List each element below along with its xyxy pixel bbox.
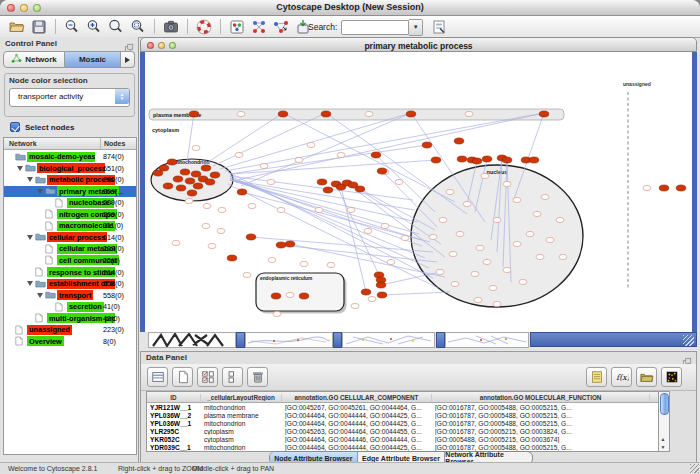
network-canvas[interactable]: plasma membranecytoplasmmitochondrionnuc… [140, 52, 697, 332]
network-node-selected[interactable] [371, 152, 381, 158]
network-window-titlebar[interactable]: primary metabolic process [140, 37, 697, 52]
network-node-unselected[interactable] [503, 267, 511, 272]
background-window-sliver[interactable] [342, 332, 435, 348]
tab-network[interactable]: Network [3, 51, 65, 68]
network-node-unselected[interactable] [268, 257, 276, 262]
network-node-unselected[interactable] [381, 223, 389, 228]
network-node-unselected[interactable] [556, 217, 564, 222]
tree-column-divider[interactable] [100, 138, 101, 149]
network-node-selected[interactable] [205, 179, 215, 185]
network-node-unselected[interactable] [237, 111, 245, 116]
network-node-unselected[interactable] [446, 189, 454, 194]
network-node-selected[interactable] [278, 111, 288, 117]
network-node-selected[interactable] [376, 282, 386, 288]
expander-icon[interactable] [37, 293, 43, 298]
network-node-selected[interactable] [163, 183, 173, 189]
network-node-unselected[interactable] [202, 223, 210, 228]
network-node-unselected[interactable] [351, 303, 359, 308]
network-edge[interactable] [376, 155, 435, 212]
network-node-selected[interactable] [201, 165, 211, 171]
network-node-selected[interactable] [377, 168, 387, 174]
background-window-edge[interactable] [236, 332, 245, 348]
network-node-selected[interactable] [271, 293, 281, 299]
background-window-edge[interactable] [436, 332, 445, 348]
network-node-unselected[interactable] [483, 259, 491, 264]
network-node-unselected[interactable] [429, 234, 437, 239]
snapshot-button[interactable] [161, 18, 181, 36]
network-node-unselected[interactable] [235, 152, 243, 157]
network-node-selected[interactable] [187, 190, 197, 196]
tree-row-nucleobase-[interactable]: nucleobase-209(0) [4, 197, 136, 208]
network-node-unselected[interactable] [185, 198, 193, 203]
network-node-selected[interactable] [191, 171, 201, 177]
function-builder-button[interactable]: f(x) [611, 367, 632, 387]
table-row-yjr121w__1[interactable]: YJR121W__1mitochondrion[GO:0045267, GO:0… [147, 403, 663, 411]
network-node-selected[interactable] [193, 183, 203, 189]
table-cell[interactable]: [GO:0016787, GO:0005488, GO:0005215, G..… [432, 444, 650, 451]
background-window-sliver[interactable] [148, 332, 236, 348]
network-node-selected[interactable] [167, 159, 177, 165]
network-node-selected[interactable] [377, 292, 387, 298]
tree-row-multi-organism-pro[interactable]: multi-organism pro42(0) [4, 313, 136, 324]
table-cell[interactable]: [GO:0016787, GO:0005488, GO:0005215, G..… [432, 404, 650, 411]
tree-row-establishment-of-lo[interactable]: establishment of lo558(0) [4, 278, 136, 289]
network-node-selected[interactable] [361, 289, 371, 295]
tree-row-macromolecule[interactable]: macromolecule311(0) [4, 220, 136, 231]
table-scrollbar[interactable]: ▲ ▼ [658, 391, 670, 452]
network-node-unselected[interactable] [493, 217, 501, 222]
network-node-unselected[interactable] [365, 111, 373, 116]
zoom-in-button[interactable] [84, 18, 104, 36]
scrollbar-thumb[interactable] [660, 393, 669, 415]
network-node-selected[interactable] [321, 111, 331, 117]
matrix-view-button[interactable] [661, 367, 682, 387]
network-node-unselected[interactable] [541, 194, 549, 199]
network-node-selected[interactable] [276, 242, 286, 248]
table-cell[interactable]: plasma membrane [201, 412, 282, 419]
network-node-selected[interactable] [185, 178, 195, 184]
region-plasma-membrane[interactable] [149, 109, 564, 120]
network-node-unselected[interactable] [267, 179, 275, 184]
network-node-unselected[interactable] [337, 152, 345, 157]
network-node-unselected[interactable] [192, 145, 200, 150]
network-node-selected[interactable] [539, 111, 549, 117]
network-node-unselected[interactable] [559, 254, 567, 259]
table-cell[interactable]: mitochondrion [201, 420, 282, 427]
table-row-ypl036w__1[interactable]: YPL036W__1mitochondrion[GO:0044464, GO:0… [147, 419, 663, 427]
tree-row-response-to-stimulu[interactable]: response to stimulu264(0) [4, 267, 136, 278]
expander-icon[interactable] [27, 177, 33, 182]
background-window-sliver[interactable] [245, 332, 333, 348]
network-node-unselected[interactable] [260, 163, 268, 168]
network-edge[interactable] [283, 113, 455, 202]
table-cell[interactable]: [GO:0044464, GO:0044444, GO:0044425, G..… [282, 412, 432, 419]
network-node-unselected[interactable] [463, 201, 471, 206]
tree-row-cellular-metabol[interactable]: cellular metabol209(0) [4, 243, 136, 254]
network-node-selected[interactable] [285, 241, 295, 247]
network-node-unselected[interactable] [513, 241, 521, 246]
network-node-selected[interactable] [502, 157, 512, 163]
table-column-header[interactable]: _cellularLayoutRegion [201, 394, 282, 401]
network-node-unselected[interactable] [218, 207, 226, 212]
table-cell[interactable]: mitochondrion [201, 404, 282, 411]
resize-grip-icon[interactable] [683, 335, 694, 346]
table-cell[interactable]: [GO:0044464, GO:0044444, GO:0044425, G..… [282, 444, 432, 451]
network-node-selected[interactable] [210, 172, 220, 178]
network-node-unselected[interactable] [536, 254, 544, 259]
network-node-unselected[interactable] [456, 231, 464, 236]
tree-row-cellular-process[interactable]: cellular process614(0) [4, 232, 136, 243]
network-node-selected[interactable] [246, 234, 256, 240]
network-node-unselected[interactable] [489, 285, 497, 290]
tree-row-metabolic-process[interactable]: metabolic process280(0) [4, 174, 136, 185]
network-node-unselected[interactable] [327, 262, 335, 267]
save-button[interactable] [29, 18, 49, 36]
network-node-selected[interactable] [472, 158, 482, 164]
vizmapper-button[interactable] [227, 18, 247, 36]
network-graph[interactable]: plasma membranecytoplasmmitochondrionnuc… [145, 52, 692, 332]
network-node-unselected[interactable] [347, 207, 355, 212]
network-node-selected[interactable] [431, 157, 441, 163]
network-node-selected[interactable] [454, 138, 464, 144]
network-node-unselected[interactable] [243, 272, 251, 277]
delete-attribute-button[interactable] [247, 367, 268, 387]
network-node-unselected[interactable] [471, 271, 479, 276]
network-node-unselected[interactable] [364, 228, 372, 233]
network-node-unselected[interactable] [286, 292, 294, 297]
